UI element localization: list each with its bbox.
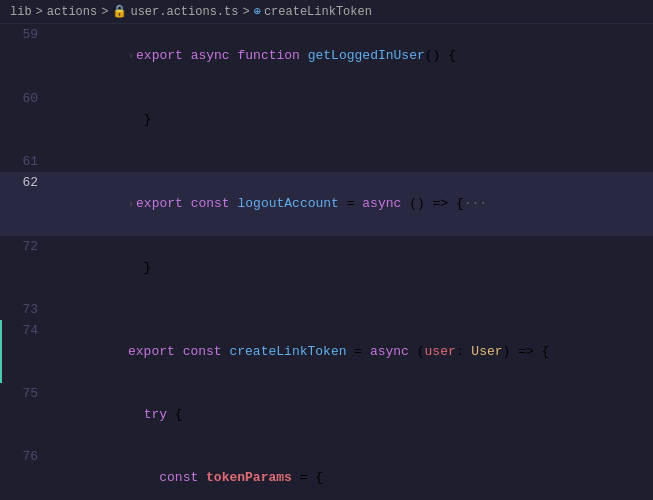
line-row: 75 try { <box>0 383 653 446</box>
breadcrumb-lib: lib <box>10 5 32 19</box>
fold-arrow-62[interactable]: › <box>128 199 134 210</box>
line-code-73 <box>50 299 653 320</box>
line-code-60: } <box>50 88 653 151</box>
line-code-61 <box>50 151 653 172</box>
line-row: 60 } <box>0 88 653 151</box>
breadcrumb-sep3: > <box>242 5 249 19</box>
line-row-74: 74 export const createLinkToken = async … <box>0 320 653 383</box>
line-code-62: ›export const logoutAccount = async () =… <box>50 172 653 236</box>
line-number-73: 73 <box>2 299 50 320</box>
line-code-74: export const createLinkToken = async (us… <box>50 320 653 383</box>
breadcrumb-file[interactable]: user.actions.ts <box>130 5 238 19</box>
code-editor: 59 ›export async function getLoggedInUse… <box>0 24 653 500</box>
line-code-76: const tokenParams = { <box>50 446 653 500</box>
line-number-62: 62 <box>2 172 50 236</box>
line-row: 59 ›export async function getLoggedInUse… <box>0 24 653 88</box>
line-number-75: 75 <box>2 383 50 446</box>
editor-window: lib > actions > 🔒 user.actions.ts > ⊕ cr… <box>0 0 653 500</box>
line-number-72: 72 <box>2 236 50 299</box>
code-lines: 59 ›export async function getLoggedInUse… <box>0 24 653 500</box>
line-number-74: 74 <box>2 320 50 383</box>
breadcrumb-func: createLinkToken <box>264 5 372 19</box>
line-row-62: 62 ›export const logoutAccount = async (… <box>0 172 653 236</box>
line-number-59: 59 <box>2 24 50 88</box>
line-number-76: 76 <box>2 446 50 500</box>
line-code-72: } <box>50 236 653 299</box>
breadcrumb-sep1: > <box>36 5 43 19</box>
line-row: 73 <box>0 299 653 320</box>
line-row: 76 const tokenParams = { <box>0 446 653 500</box>
breadcrumb-file-icon: 🔒 <box>112 4 127 19</box>
fold-arrow-59[interactable]: › <box>128 51 134 62</box>
breadcrumb-sep2: > <box>101 5 108 19</box>
breadcrumb-func-icon: ⊕ <box>254 4 261 19</box>
line-number-60: 60 <box>2 88 50 151</box>
line-row: 61 <box>0 151 653 172</box>
line-code-75: try { <box>50 383 653 446</box>
line-code-59: ›export async function getLoggedInUser()… <box>50 24 653 88</box>
line-number-61: 61 <box>2 151 50 172</box>
breadcrumb-bar: lib > actions > 🔒 user.actions.ts > ⊕ cr… <box>0 0 653 24</box>
breadcrumb-actions[interactable]: actions <box>47 5 97 19</box>
line-row: 72 } <box>0 236 653 299</box>
